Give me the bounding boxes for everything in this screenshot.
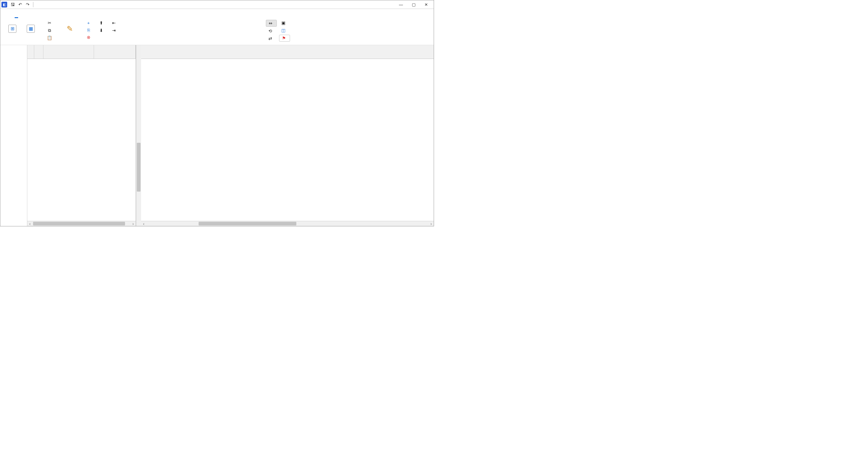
gantt-chart-area: ‹ › [141, 45, 434, 226]
insert-task-button[interactable]: ⎘ [84, 27, 95, 33]
copy-button[interactable]: ⧉ [45, 27, 56, 34]
increase-indent-button[interactable]: ⇥ [110, 27, 120, 34]
app-icon: ◧ [1, 2, 7, 7]
minimize-button[interactable]: — [395, 1, 407, 9]
scroll-to-task-button[interactable]: ▣ [279, 20, 290, 26]
ribbon: ⊞ ▦ ✂ ⧉ 📋 ✎ . + ⎘ ⊗ [0, 18, 434, 45]
task-table: ‹ › [27, 45, 136, 226]
menu-help[interactable] [25, 14, 28, 18]
gantt-chart-button[interactable]: ⊞ [4, 19, 21, 39]
col-start[interactable] [94, 45, 136, 59]
save-icon[interactable]: 🖫 [9, 1, 16, 8]
gantt-hscroll[interactable]: ‹ › [141, 221, 434, 226]
move-down-button[interactable]: ⬇ [97, 27, 107, 34]
cut-button[interactable]: ✂ [45, 20, 56, 26]
paste-button[interactable]: 📋 [45, 35, 56, 41]
move-up-button[interactable]: ⬆ [97, 20, 107, 26]
col-task[interactable] [43, 45, 94, 59]
menubar [0, 9, 434, 18]
titlebar: ◧ 🖫 ↶ ↷ — ▢ ✕ [0, 0, 434, 9]
critical-path-button[interactable]: ⚑ [279, 35, 290, 42]
close-button[interactable]: ✕ [420, 1, 433, 9]
kanban-board-button[interactable]: ▦ [22, 19, 39, 39]
maximize-button[interactable]: ▢ [407, 1, 420, 9]
redo-icon[interactable]: ↷ [25, 1, 31, 8]
delete-task-button[interactable]: ⊗ [84, 34, 95, 40]
edit-button[interactable]: ✎ [61, 19, 79, 39]
menu-task[interactable] [15, 14, 18, 18]
undo-icon[interactable]: ↶ [17, 1, 23, 8]
auto-scheduling-button[interactable]: ⟲ [266, 28, 277, 34]
split-task-button[interactable]: ◫ [279, 27, 290, 34]
table-hscroll[interactable]: ‹ › [27, 221, 136, 226]
level-resources-button[interactable]: ⇄ [266, 35, 277, 42]
view-sidebar [0, 45, 27, 226]
add-task-button[interactable]: + [84, 20, 95, 26]
menu-file[interactable] [4, 14, 8, 18]
decrease-indent-button[interactable]: ⇤ [110, 20, 120, 26]
table-vscroll[interactable] [136, 45, 141, 226]
display-baseline-button[interactable]: ⇔ [266, 20, 277, 27]
